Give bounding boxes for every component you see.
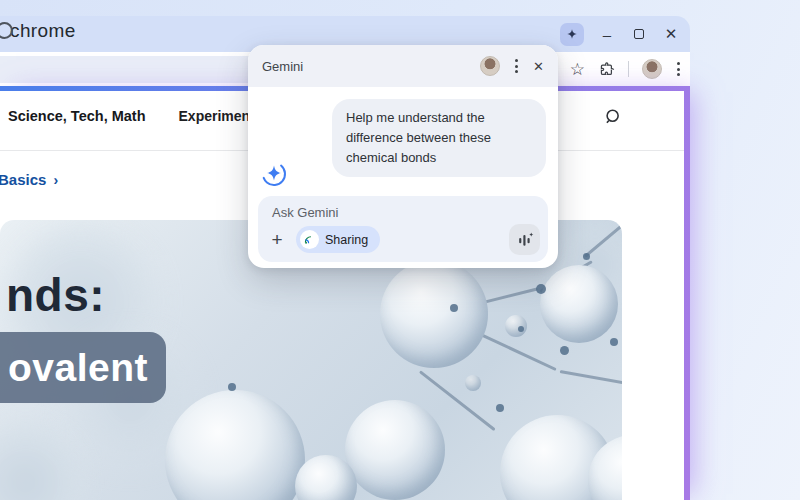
search-icon [603,107,624,128]
gemini-thinking-icon [261,161,287,187]
window-close-icon: ✕ [665,25,678,43]
toolbar-separator [628,61,629,77]
minimize-button[interactable]: – [598,25,616,43]
waveform-icon [515,230,535,250]
gemini-menu-button[interactable] [513,57,520,75]
breadcrumb-chevron-icon: › [53,172,58,188]
chrome-wordmark: chrome [10,20,76,42]
site-search-button[interactable] [601,105,625,129]
voice-input-button[interactable] [509,224,540,255]
hero-headline-fragment: nds: [6,268,105,322]
extensions-button[interactable] [598,61,615,78]
gemini-panel-header: Gemini ✕ [248,45,558,87]
overflow-menu-icon [677,62,680,65]
profile-avatar[interactable] [642,59,662,79]
sparkle-icon [566,28,578,40]
hero-badge-text: ovalent [8,346,148,390]
site-nav: Science, Tech, Math Experiments [8,108,263,124]
bookmark-star-button[interactable]: ☆ [570,61,585,78]
maximize-icon [634,29,644,39]
gemini-input-area[interactable]: Ask Gemini + Sharing [258,196,548,262]
chrome-brand: chrome [10,20,76,42]
gemini-titlebar-button[interactable] [560,23,584,46]
gemini-user-avatar[interactable] [480,56,500,76]
hero-badge: ovalent [0,332,166,403]
sharing-chip-label: Sharing [325,233,368,247]
window-close-button[interactable]: ✕ [662,25,680,43]
sharing-chip[interactable]: Sharing [296,226,380,253]
gemini-input-placeholder: Ask Gemini [272,205,338,220]
extensions-puzzle-icon [598,61,615,78]
browser-menu-button[interactable] [675,60,682,78]
gemini-panel: Gemini ✕ Help me understand the differen… [248,45,558,268]
breadcrumb[interactable]: Basics › [0,171,58,188]
add-attachment-button[interactable]: + [268,230,286,249]
gemini-panel-title: Gemini [262,59,303,74]
user-message-bubble: Help me understand the difference betwee… [332,99,546,177]
bookmark-star-icon: ☆ [570,61,585,78]
gemini-overflow-icon [515,59,518,62]
gemini-close-button[interactable]: ✕ [533,59,544,74]
screen-share-icon [304,234,315,245]
minimize-icon: – [603,26,611,43]
nav-item-science-tech-math[interactable]: Science, Tech, Math [8,108,146,124]
breadcrumb-label: Basics [0,171,46,188]
maximize-button[interactable] [630,25,648,43]
